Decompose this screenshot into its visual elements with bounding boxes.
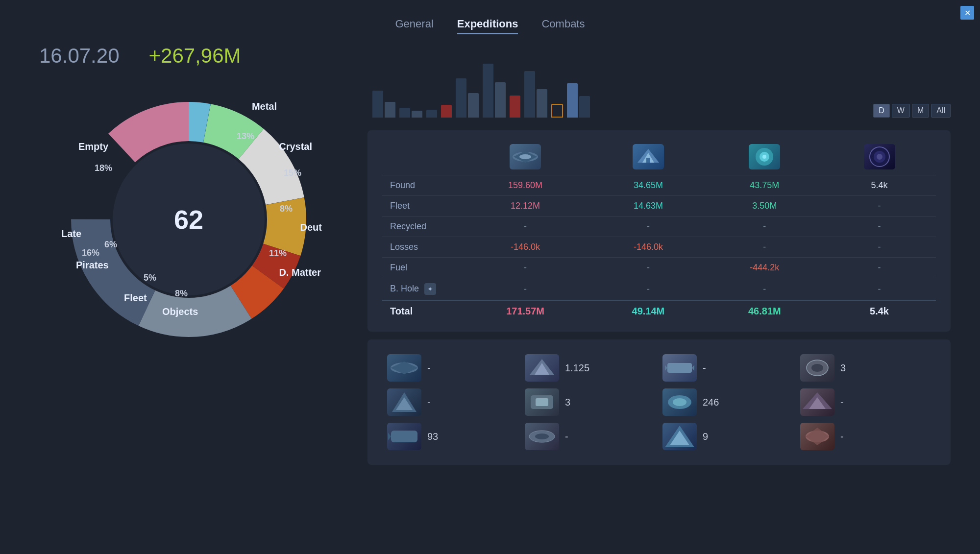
fleet-count-9: 93 xyxy=(427,431,438,442)
row-val-recycled-2: - xyxy=(590,217,706,237)
donut-label-deut: Deut xyxy=(300,222,322,233)
bar xyxy=(385,102,395,118)
fleet-count-11: 9 xyxy=(703,431,708,442)
fleet-count-2: 1.125 xyxy=(565,362,589,374)
bar-group-9 xyxy=(551,104,563,118)
bar-group-3 xyxy=(426,110,437,118)
main-content: 16.07.20 +267,96M xyxy=(0,44,980,465)
donut-label-dmatter: D. Matter xyxy=(279,267,321,278)
bar xyxy=(551,104,563,118)
svg-point-30 xyxy=(811,364,823,372)
row-val-bhole-3: - xyxy=(707,278,823,301)
fleet-count-7: 246 xyxy=(703,397,719,408)
donut-label-objects: Objects xyxy=(162,306,198,317)
bar-group-6 xyxy=(483,64,506,118)
donut-label-fleet: Fleet xyxy=(124,292,147,304)
bar-group-4 xyxy=(441,105,452,118)
svg-marker-40 xyxy=(388,433,391,440)
fleet-count-5: - xyxy=(427,397,431,408)
donut-pct-late: 16% xyxy=(82,248,99,258)
row-label-losses: Losses xyxy=(382,237,461,258)
bar xyxy=(524,71,535,118)
fleet-count-3: - xyxy=(703,362,706,374)
fleet-count-1: - xyxy=(427,362,431,374)
ship-col-2 xyxy=(590,140,706,175)
row-label-recycled: Recycled xyxy=(382,217,461,237)
row-val-fleet-1: 12.12M xyxy=(461,196,590,217)
row-val-found-1: 159.60M xyxy=(461,175,590,196)
fleet-grid: - 1.125 - 3 xyxy=(382,349,936,455)
svg-point-21 xyxy=(877,154,882,160)
table-row: Fuel - - -444.2k - xyxy=(382,258,936,278)
svg-point-12 xyxy=(519,154,531,159)
svg-marker-46 xyxy=(806,428,829,445)
table-header-row xyxy=(382,140,936,175)
close-icon: ✕ xyxy=(964,8,971,18)
tab-expeditions[interactable]: Expeditions xyxy=(457,18,518,34)
row-val-bhole-1: - xyxy=(461,278,590,301)
donut-chart: 62 Metal 13% Crystal 15% Deut 8% D. Matt… xyxy=(51,82,326,357)
bar xyxy=(441,105,452,118)
donut-label-pirates: Pirates xyxy=(76,260,109,271)
row-val-bhole-4: - xyxy=(823,278,936,301)
fleet-item-10: - xyxy=(525,423,656,450)
time-filter-d[interactable]: D xyxy=(873,104,890,118)
fleet-item-1: - xyxy=(387,354,518,382)
stats-table: Found 159.60M 34.65M 43.75M 5.4k Fleet 1… xyxy=(382,140,936,322)
svg-marker-23 xyxy=(391,361,418,374)
row-val-fuel-4: - xyxy=(823,258,936,278)
time-filter-m[interactable]: M xyxy=(912,104,929,118)
row-label-fuel: Fuel xyxy=(382,258,461,278)
fleet-item-12: - xyxy=(800,423,931,450)
tab-general[interactable]: General xyxy=(395,18,433,34)
total-val-2: 49.14M xyxy=(590,300,706,322)
svg-marker-28 xyxy=(692,365,694,371)
row-val-bhole-2: - xyxy=(590,278,706,301)
bar xyxy=(567,83,578,118)
donut-pct-fleet: 5% xyxy=(144,273,156,283)
bar-group-7 xyxy=(510,96,520,118)
bar xyxy=(537,89,547,118)
time-filter-all[interactable]: All xyxy=(931,104,951,118)
right-panel: D W M All xyxy=(368,44,951,465)
row-val-fuel-1: - xyxy=(461,258,590,278)
bar xyxy=(495,82,506,118)
tab-bar: General Expeditions Combats xyxy=(0,0,980,44)
bar xyxy=(510,96,520,118)
row-val-fuel-2: - xyxy=(590,258,706,278)
row-val-fuel-3: -444.2k xyxy=(707,258,823,278)
bar xyxy=(579,96,590,118)
donut-label-late: Late xyxy=(61,228,81,240)
row-val-recycled-1: - xyxy=(461,217,590,237)
stats-card: Found 159.60M 34.65M 43.75M 5.4k Fleet 1… xyxy=(368,130,951,332)
time-filter-w[interactable]: W xyxy=(892,104,910,118)
row-val-fleet-2: 14.63M xyxy=(590,196,706,217)
left-panel: 16.07.20 +267,96M xyxy=(29,44,348,465)
date-display: 16.07.20 xyxy=(39,44,120,68)
row-val-found-4: 5.4k xyxy=(823,175,936,196)
bar-group-8 xyxy=(524,71,547,118)
tab-combats[interactable]: Combats xyxy=(541,18,585,34)
donut-pct-crystal: 15% xyxy=(284,168,301,178)
svg-point-36 xyxy=(673,398,686,406)
donut-pct-pirates: 6% xyxy=(104,240,117,250)
bar xyxy=(412,111,422,118)
row-label-fleet: Fleet xyxy=(382,196,461,217)
row-val-losses-3: - xyxy=(707,237,823,258)
row-val-fleet-4: - xyxy=(823,196,936,217)
fleet-item-7: 246 xyxy=(662,388,793,416)
bar-group-10 xyxy=(567,83,590,118)
svg-point-42 xyxy=(535,434,549,439)
fleet-item-11: 9 xyxy=(662,423,793,450)
total-label: Total xyxy=(382,300,461,322)
table-row: Losses -146.0k -146.0k - - xyxy=(382,237,936,258)
fleet-count-6: 3 xyxy=(565,397,570,408)
close-button[interactable]: ✕ xyxy=(960,6,974,20)
row-val-found-2: 34.65M xyxy=(590,175,706,196)
table-row: Recycled - - - - xyxy=(382,217,936,237)
bar-group-5 xyxy=(456,78,479,118)
fleet-item-4: 3 xyxy=(800,354,931,382)
fleet-item-2: 1.125 xyxy=(525,354,656,382)
bar-group-1 xyxy=(372,91,395,118)
svg-rect-26 xyxy=(667,363,692,373)
